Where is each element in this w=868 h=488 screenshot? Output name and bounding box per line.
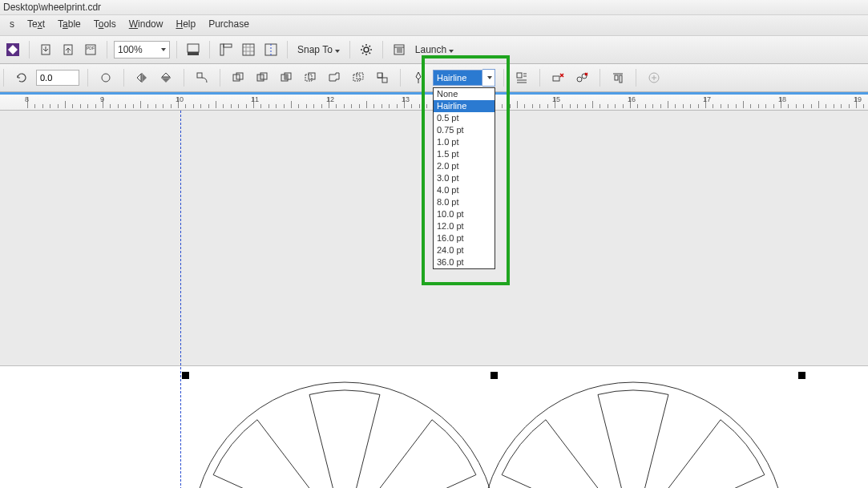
outline-width-option[interactable]: 4.0 pt (434, 184, 495, 196)
outline-width-option[interactable]: 3.0 pt (434, 172, 495, 184)
mirror-horizontal-icon[interactable] (132, 68, 151, 87)
outline-width-option[interactable]: Hairline (434, 100, 495, 112)
title-bar: Desktop\wheelprint.cdr (0, 0, 868, 15)
outline-width-dropdown-list[interactable]: NoneHairline0.5 pt0.75 pt1.0 pt1.5 pt2.0… (433, 87, 495, 269)
trim-icon[interactable] (252, 68, 272, 87)
boundary-icon[interactable] (373, 68, 392, 87)
menu-bar: sTextTableToolsWindowHelpPurchase (0, 15, 868, 36)
svg-rect-60 (620, 75, 622, 83)
svg-rect-36 (285, 75, 288, 79)
menu-item[interactable]: Table (51, 17, 87, 31)
outline-width-option[interactable]: 2.0 pt (434, 160, 495, 172)
align-distribute-icon[interactable] (608, 68, 628, 87)
weld-icon[interactable] (228, 68, 248, 87)
back-minus-front-icon[interactable] (349, 68, 368, 87)
ungroup-all-icon[interactable] (3, 40, 22, 59)
selection-handle[interactable] (798, 372, 805, 379)
zoom-level[interactable]: 100% (114, 41, 170, 58)
pen-outline-icon (409, 68, 428, 87)
round-corner-icon[interactable] (96, 68, 115, 87)
svg-point-54 (577, 77, 582, 82)
svg-line-20 (369, 46, 369, 46)
outline-width-option[interactable]: 1.0 pt (434, 136, 495, 148)
svg-text:PDF: PDF (87, 46, 95, 50)
property-bar: NoneHairline0.5 pt0.75 pt1.0 pt1.5 pt2.0… (0, 64, 868, 92)
svg-line-17 (362, 46, 363, 46)
svg-point-12 (364, 47, 369, 52)
menu-item[interactable]: Window (123, 17, 170, 31)
show-rulers-icon[interactable] (216, 40, 236, 59)
outline-width-dropdown-button[interactable] (482, 69, 495, 87)
application-launcher-icon[interactable] (390, 40, 409, 59)
svg-rect-10 (265, 44, 277, 55)
menu-item[interactable]: Tools (87, 17, 123, 31)
outline-width-option[interactable]: 1.5 pt (434, 148, 495, 160)
svg-point-66 (481, 382, 785, 488)
svg-rect-5 (188, 44, 199, 52)
pdf-publish-icon[interactable]: PDF (81, 40, 100, 59)
options-gear-icon[interactable] (357, 40, 376, 59)
menu-item[interactable]: Purchase (202, 17, 256, 31)
outline-width-input[interactable] (433, 70, 482, 86)
import-icon[interactable] (36, 40, 55, 59)
add-preset-icon[interactable] (644, 68, 664, 87)
svg-rect-21 (394, 45, 404, 54)
show-grid-icon[interactable] (239, 40, 258, 59)
outline-width-option[interactable]: 0.75 pt (434, 124, 495, 136)
delete-segment-icon[interactable] (548, 68, 567, 87)
selection-handle[interactable] (491, 372, 498, 379)
svg-line-18 (369, 53, 369, 54)
svg-rect-42 (382, 78, 387, 83)
export-icon[interactable] (59, 40, 78, 59)
menu-item[interactable]: Text (21, 17, 51, 31)
simplify-icon[interactable] (301, 68, 320, 87)
rotate-icon[interactable] (12, 68, 31, 87)
outline-width-option[interactable]: 0.5 pt (434, 112, 495, 124)
standard-toolbar: PDF 100% Snap To Launch (0, 36, 868, 64)
outline-width-option[interactable]: 24.0 pt (434, 244, 495, 256)
break-apart-icon[interactable] (572, 68, 591, 87)
document-path: Desktop\wheelprint.cdr (3, 2, 101, 13)
outline-width-combo[interactable]: NoneHairline0.5 pt0.75 pt1.0 pt1.5 pt2.0… (433, 70, 495, 86)
svg-rect-6 (188, 52, 199, 55)
launch-dropdown[interactable]: Launch (412, 44, 457, 55)
selection-handle[interactable] (182, 372, 189, 379)
front-minus-back-icon[interactable] (325, 68, 344, 87)
svg-point-26 (102, 74, 110, 82)
outline-width-option[interactable]: 16.0 pt (434, 232, 495, 244)
svg-rect-41 (377, 73, 382, 78)
svg-rect-8 (224, 44, 232, 47)
intersect-icon[interactable] (277, 68, 296, 87)
show-guidelines-icon[interactable] (261, 40, 281, 59)
svg-point-64 (192, 382, 497, 488)
svg-rect-59 (615, 75, 618, 80)
mirror-vertical-icon[interactable] (156, 68, 176, 87)
svg-rect-46 (517, 73, 522, 78)
svg-rect-7 (220, 44, 224, 55)
menu-item[interactable]: s (3, 17, 21, 31)
svg-rect-29 (197, 73, 202, 78)
rotation-angle-input[interactable] (36, 70, 79, 86)
to-curves-icon[interactable] (192, 68, 212, 87)
wrap-text-icon[interactable] (512, 68, 531, 87)
full-screen-preview-icon[interactable] (184, 40, 203, 59)
outline-width-option[interactable]: 36.0 pt (434, 256, 495, 268)
svg-rect-9 (243, 44, 254, 55)
svg-rect-51 (553, 76, 559, 81)
snap-to-dropdown[interactable]: Snap To (294, 44, 343, 55)
outline-width-option[interactable]: 10.0 pt (434, 208, 495, 220)
outline-width-option[interactable]: 8.0 pt (434, 196, 495, 208)
menu-item[interactable]: Help (169, 17, 202, 31)
svg-line-19 (362, 53, 363, 54)
outline-width-option[interactable]: 12.0 pt (434, 220, 495, 232)
outline-width-option[interactable]: None (434, 88, 495, 100)
